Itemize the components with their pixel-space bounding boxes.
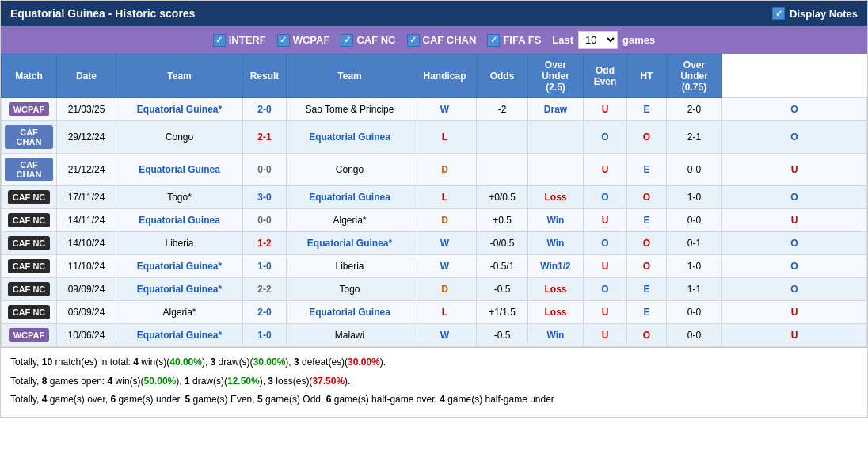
cell-ou25: U — [584, 324, 627, 347]
cafchan-label: CAF CHAN — [423, 34, 477, 46]
wcpaf-label: WCPAF — [293, 34, 330, 46]
wcpaf-checkbox[interactable]: ✓ — [277, 34, 290, 47]
cell-ou25: U — [584, 209, 627, 232]
col-team2: Team — [287, 55, 413, 98]
filter-wcpaf[interactable]: ✓ WCPAF — [277, 34, 330, 47]
cafnc-label: CAF NC — [356, 34, 395, 46]
cell-result: 2-2 — [243, 278, 287, 301]
cell-odds — [528, 121, 584, 154]
cell-team2: Liberia — [287, 255, 413, 278]
cell-handicap — [477, 154, 528, 186]
cell-odds: Draw — [528, 98, 584, 121]
last-label: Last — [552, 34, 573, 46]
cell-ou25: U — [584, 255, 627, 278]
page-title: Equatorial Guinea - Historic scores — [10, 7, 195, 20]
filter-bar: ✓ INTERF ✓ WCPAF ✓ CAF NC ✓ CAF CHAN ✓ F… — [1, 26, 867, 54]
cell-date: 29/12/24 — [57, 121, 116, 154]
header-bar: Equatorial Guinea - Historic scores ✓ Di… — [1, 1, 867, 26]
filter-cafnc[interactable]: ✓ CAF NC — [341, 34, 395, 47]
cell-wdl: W — [413, 232, 477, 255]
cell-handicap: -0/0.5 — [477, 232, 528, 255]
cell-oe: E — [627, 301, 667, 324]
cell-odds: Win1/2 — [528, 255, 584, 278]
cell-wdl: L — [413, 186, 477, 209]
cell-odds: Loss — [528, 278, 584, 301]
cell-team2: Malawi — [287, 324, 413, 347]
table-row: CAF NC 11/10/24 Equatorial Guinea* 1-0 L… — [2, 255, 867, 278]
cell-ht: 0-1 — [667, 232, 722, 255]
cell-ou075: O — [722, 232, 867, 255]
cell-match: WCPAF — [2, 324, 57, 347]
cell-odds: Win — [528, 209, 584, 232]
cell-team2: Togo — [287, 278, 413, 301]
cafchan-checkbox[interactable]: ✓ — [407, 34, 420, 47]
cell-wdl: L — [413, 121, 477, 154]
cell-oe: E — [627, 154, 667, 186]
cell-date: 11/10/24 — [57, 255, 116, 278]
cell-ou25: O — [584, 232, 627, 255]
cell-oe: O — [627, 232, 667, 255]
cell-wdl: D — [413, 209, 477, 232]
interf-checkbox[interactable]: ✓ — [213, 34, 226, 47]
table-row: CAF NC 17/11/24 Togo* 3-0 Equatorial Gui… — [2, 186, 867, 209]
cell-wdl: L — [413, 301, 477, 324]
interf-label: INTERF — [229, 34, 266, 46]
table-row: CAF NC 06/09/24 Algeria* 2-0 Equatorial … — [2, 301, 867, 324]
cell-team2: Equatorial Guinea — [287, 186, 413, 209]
summary-line1: Totally, 10 match(es) in total: 4 win(s)… — [10, 354, 858, 372]
cell-team2: Equatorial Guinea — [287, 301, 413, 324]
cell-wdl: D — [413, 278, 477, 301]
cell-ht: 1-0 — [667, 186, 722, 209]
table-row: CAF CHAN 29/12/24 Congo 2-1 Equatorial G… — [2, 121, 867, 154]
games-label: games — [622, 34, 655, 46]
col-result: Result — [243, 55, 287, 98]
cell-ou25: O — [584, 121, 627, 154]
cell-oe: E — [627, 209, 667, 232]
fifafs-checkbox[interactable]: ✓ — [487, 34, 500, 47]
cell-match: CAF NC — [2, 186, 57, 209]
cell-match: CAF CHAN — [2, 121, 57, 154]
cell-ou075: U — [722, 301, 867, 324]
cell-ou25: U — [584, 98, 627, 121]
cell-handicap: -2 — [477, 98, 528, 121]
cell-date: 21/12/24 — [57, 154, 116, 186]
display-notes-label: Display Notes — [790, 8, 858, 20]
cell-ou075: U — [722, 209, 867, 232]
filter-interf[interactable]: ✓ INTERF — [213, 34, 266, 47]
cell-ou075: U — [722, 324, 867, 347]
filter-fifafs[interactable]: ✓ FIFA FS — [487, 34, 541, 47]
cell-result: 2-0 — [243, 301, 287, 324]
games-select[interactable]: 10 5 20 — [578, 31, 618, 49]
cell-match: CAF NC — [2, 255, 57, 278]
cell-result: 3-0 — [243, 186, 287, 209]
cell-ht: 0-0 — [667, 154, 722, 186]
cell-wdl: W — [413, 324, 477, 347]
cell-team2: Equatorial Guinea — [287, 121, 413, 154]
cell-ou075: O — [722, 186, 867, 209]
cell-odds: Win — [528, 232, 584, 255]
cell-team2: Congo — [287, 154, 413, 186]
cell-ou25: U — [584, 154, 627, 186]
cell-oe: O — [627, 324, 667, 347]
cell-odds — [528, 154, 584, 186]
cell-ht: 2-0 — [667, 98, 722, 121]
cell-ou075: U — [722, 154, 867, 186]
col-handicap: Handicap — [413, 55, 477, 98]
cell-handicap: +0/0.5 — [477, 186, 528, 209]
cell-oe: O — [627, 121, 667, 154]
cell-handicap — [477, 121, 528, 154]
historic-scores-table: Match Date Team Result Team Handicap Odd… — [1, 54, 867, 347]
display-notes-checkbox[interactable]: ✓ — [772, 7, 785, 20]
cell-result: 0-0 — [243, 154, 287, 186]
cell-team1: Togo* — [116, 186, 243, 209]
cell-handicap: -0.5 — [477, 324, 528, 347]
cell-wdl: W — [413, 98, 477, 121]
cafnc-checkbox[interactable]: ✓ — [341, 34, 353, 47]
cell-match: CAF CHAN — [2, 154, 57, 186]
cell-team1: Liberia — [116, 232, 243, 255]
cell-ht: 1-1 — [667, 278, 722, 301]
cell-team1: Equatorial Guinea* — [116, 278, 243, 301]
col-odds: Odds — [477, 55, 528, 98]
cell-handicap: +0.5 — [477, 209, 528, 232]
filter-cafchan[interactable]: ✓ CAF CHAN — [407, 34, 477, 47]
